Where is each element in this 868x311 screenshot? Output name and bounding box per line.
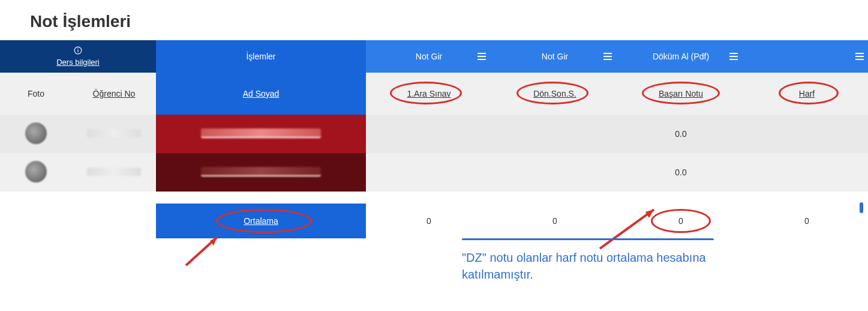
- menu-icon[interactable]: [729, 53, 738, 60]
- svg-rect-10: [729, 56, 738, 57]
- summary-row: Ortalama 0 0 0 0: [0, 204, 868, 238]
- avatar-cell: [0, 153, 72, 192]
- dokum-al-button[interactable]: Döküm Al (Pdf): [618, 40, 744, 73]
- ogrno-cell: [72, 115, 156, 153]
- svg-rect-11: [729, 59, 738, 60]
- table-row: 0.0: [0, 115, 868, 153]
- header-basari-notu[interactable]: Başarı Notu: [618, 73, 744, 115]
- islemler-label: İşlemler: [246, 52, 275, 61]
- annotation-text: "DZ" notu olanlar harf notu ortalama hes…: [462, 249, 714, 283]
- dokum-al-label: Döküm Al (Pdf): [653, 52, 709, 61]
- header-ara-sinav[interactable]: 1.Ara Sınav: [366, 73, 492, 115]
- annotation-arrow: [594, 204, 666, 254]
- islemler-header: İşlemler: [156, 40, 366, 73]
- svg-rect-13: [855, 56, 864, 57]
- redacted-text: [201, 167, 321, 177]
- cell-don-son: [492, 115, 618, 153]
- svg-rect-9: [729, 53, 738, 54]
- grades-table: Ders bilgileri İşlemler Not Gir Not Gir …: [0, 40, 868, 238]
- svg-rect-12: [855, 53, 864, 54]
- cell-don-son: [492, 153, 618, 192]
- not-gir-2-label: Not Gir: [542, 52, 568, 61]
- annotation-underline: [462, 238, 714, 240]
- svg-rect-1: [77, 50, 78, 52]
- menu-icon[interactable]: [855, 53, 864, 60]
- svg-rect-6: [603, 53, 612, 54]
- sum-harf: 0: [744, 204, 868, 238]
- cell-harf: [744, 153, 868, 192]
- header-foto: Foto: [0, 73, 72, 115]
- header-adsoyad[interactable]: Ad Soyad: [156, 73, 366, 115]
- redacted-text: [201, 128, 321, 138]
- annotation-arrow: [180, 232, 234, 271]
- adsoyad-cell[interactable]: [156, 153, 366, 192]
- redacted-text: [87, 168, 141, 176]
- scroll-indicator: [860, 202, 863, 213]
- cell-harf: [744, 115, 868, 153]
- col4-button[interactable]: [744, 40, 868, 73]
- not-gir-1-label: Not Gir: [416, 52, 442, 61]
- menu-icon[interactable]: [603, 53, 612, 60]
- svg-rect-14: [855, 59, 864, 60]
- cell-basari: 0.0: [618, 153, 744, 192]
- not-gir-1-button[interactable]: Not Gir: [366, 40, 492, 73]
- svg-rect-4: [477, 56, 486, 57]
- menu-icon[interactable]: [477, 53, 486, 60]
- ders-bilgileri-button[interactable]: Ders bilgileri: [0, 40, 156, 73]
- ders-bilgileri-label: Ders bilgileri: [56, 58, 100, 67]
- svg-rect-2: [77, 49, 78, 49]
- info-icon: [0, 46, 156, 56]
- sum-ara-sinav: 0: [366, 204, 492, 238]
- avatar-cell: [0, 115, 72, 153]
- header-harf[interactable]: Harf: [744, 73, 868, 115]
- svg-rect-3: [477, 53, 486, 54]
- cell-ara-sinav: [366, 153, 492, 192]
- avatar: [25, 161, 47, 183]
- redacted-text: [87, 129, 141, 137]
- header-don-son[interactable]: Dön.Son.S.: [492, 73, 618, 115]
- avatar: [25, 122, 47, 144]
- not-gir-2-button[interactable]: Not Gir: [492, 40, 618, 73]
- cell-ara-sinav: [366, 115, 492, 153]
- ogrno-cell: [72, 153, 156, 192]
- ortalama-label: Ortalama: [244, 216, 278, 226]
- cell-basari: 0.0: [618, 115, 744, 153]
- svg-rect-5: [477, 59, 486, 60]
- page-title: Not İşlemleri: [0, 0, 868, 40]
- svg-rect-8: [603, 59, 612, 60]
- svg-marker-16: [645, 210, 654, 218]
- svg-rect-7: [603, 56, 612, 57]
- header-ogrno[interactable]: Öğrenci No: [72, 73, 156, 115]
- table-row: 0.0: [0, 153, 868, 192]
- adsoyad-cell[interactable]: [156, 115, 366, 153]
